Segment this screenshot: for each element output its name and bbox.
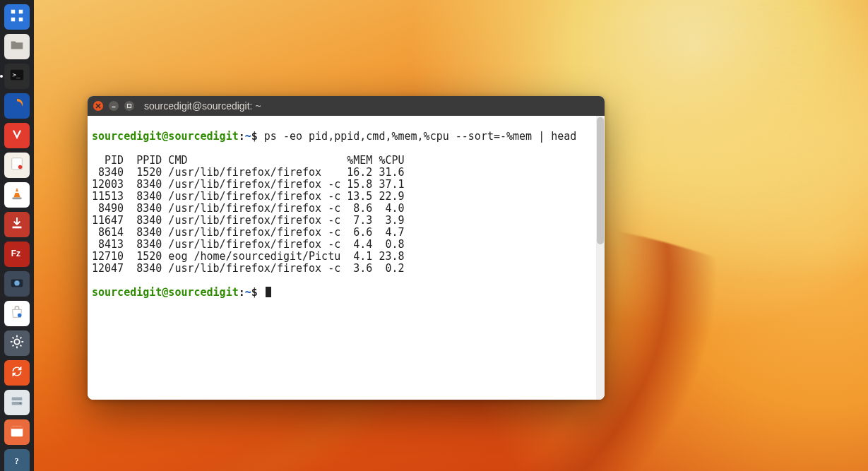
svg-line-25 — [13, 345, 14, 347]
launcher-firefox[interactable] — [4, 93, 30, 119]
svg-line-22 — [13, 338, 14, 339]
bag-icon — [9, 304, 25, 323]
prompt-line: sourcedigit@sourcedigit:~$ — [92, 287, 600, 299]
terminal-scrollbar-thumb[interactable] — [597, 117, 604, 244]
launcher-dock: >_Fz? — [0, 0, 34, 471]
gear-icon — [9, 334, 25, 352]
svg-text:Fz: Fz — [11, 249, 20, 258]
close-icon — [95, 103, 101, 109]
cone-icon — [9, 186, 25, 204]
svg-rect-30 — [11, 427, 23, 429]
prompt-path: ~ — [245, 130, 251, 143]
fz-icon: Fz — [9, 245, 25, 263]
svg-rect-3 — [19, 18, 23, 22]
note-icon — [9, 156, 25, 174]
maximize-icon — [126, 103, 132, 109]
prompt-line: sourcedigit@sourcedigit:~$ ps -eo pid,pp… — [92, 131, 600, 143]
download-icon — [9, 215, 25, 234]
launcher-software-center[interactable] — [4, 301, 30, 326]
folder-icon — [9, 37, 25, 56]
svg-rect-26 — [12, 398, 23, 401]
launcher-filezilla[interactable]: Fz — [4, 242, 30, 267]
svg-line-23 — [20, 345, 22, 347]
svg-rect-11 — [15, 191, 19, 193]
svg-point-28 — [20, 403, 21, 404]
window-close-button[interactable] — [93, 101, 103, 111]
prompt-user-host: sourcedigit@sourcedigit — [92, 130, 239, 143]
svg-rect-2 — [11, 18, 16, 22]
refresh-icon — [9, 364, 25, 382]
terminal-icon: >_ — [9, 67, 25, 85]
svg-point-9 — [18, 165, 23, 169]
window-minimize-button[interactable] — [109, 101, 119, 111]
launcher-calendar[interactable] — [4, 419, 30, 445]
launcher-screenshot[interactable] — [4, 271, 30, 297]
svg-rect-36 — [128, 105, 131, 108]
svg-text:?: ? — [15, 456, 19, 466]
terminal-window[interactable]: sourcedigit@sourcedigit: ~ sourcedigit@s… — [88, 96, 605, 400]
launcher-software-updater[interactable] — [4, 360, 30, 386]
launcher-settings[interactable] — [4, 330, 30, 356]
prompt-symbol: $ — [251, 286, 258, 299]
minimize-icon — [111, 103, 117, 109]
prompt-path: ~ — [245, 286, 251, 299]
svg-line-24 — [20, 338, 22, 339]
terminal-scrollbar-track[interactable] — [596, 116, 605, 400]
svg-rect-12 — [13, 227, 22, 229]
svg-point-17 — [14, 339, 19, 344]
window-title: sourcedigit@sourcedigit: ~ — [144, 100, 261, 112]
launcher-help[interactable]: ? — [4, 449, 30, 471]
camera-icon — [9, 275, 25, 293]
svg-rect-1 — [19, 10, 23, 14]
launcher-notes[interactable] — [4, 153, 30, 178]
command-text: ps -eo pid,ppid,cmd,%mem,%cpu --sort=-%m… — [264, 130, 577, 143]
firefox-icon — [9, 97, 25, 115]
svg-rect-10 — [13, 198, 22, 200]
svg-point-15 — [14, 280, 19, 285]
calendar-icon — [9, 423, 25, 441]
prompt-user-host: sourcedigit@sourcedigit — [92, 286, 239, 299]
vivaldi-icon — [9, 126, 25, 145]
drive-icon — [9, 393, 25, 412]
svg-text:>_: >_ — [13, 71, 21, 78]
launcher-vlc[interactable] — [4, 182, 30, 208]
prompt-symbol: $ — [251, 130, 258, 143]
launcher-transmission[interactable] — [4, 212, 30, 237]
terminal-cursor — [266, 287, 271, 297]
grid-icon — [9, 8, 25, 26]
help-icon: ? — [9, 453, 25, 471]
terminal-output[interactable]: sourcedigit@sourcedigit:~$ ps -eo pid,pp… — [88, 116, 605, 400]
launcher-show-applications[interactable] — [4, 4, 30, 30]
launcher-disks[interactable] — [4, 390, 30, 415]
launcher-vivaldi[interactable] — [4, 123, 30, 148]
window-titlebar[interactable]: sourcedigit@sourcedigit: ~ — [88, 96, 605, 116]
svg-point-16 — [18, 314, 21, 318]
launcher-terminal[interactable]: >_ — [4, 64, 30, 89]
window-maximize-button[interactable] — [124, 101, 134, 111]
ps-output-block: PID PPID CMD %MEM %CPU 8340 1520 /usr/li… — [92, 154, 405, 275]
launcher-files[interactable] — [4, 34, 30, 59]
svg-rect-0 — [11, 10, 16, 14]
